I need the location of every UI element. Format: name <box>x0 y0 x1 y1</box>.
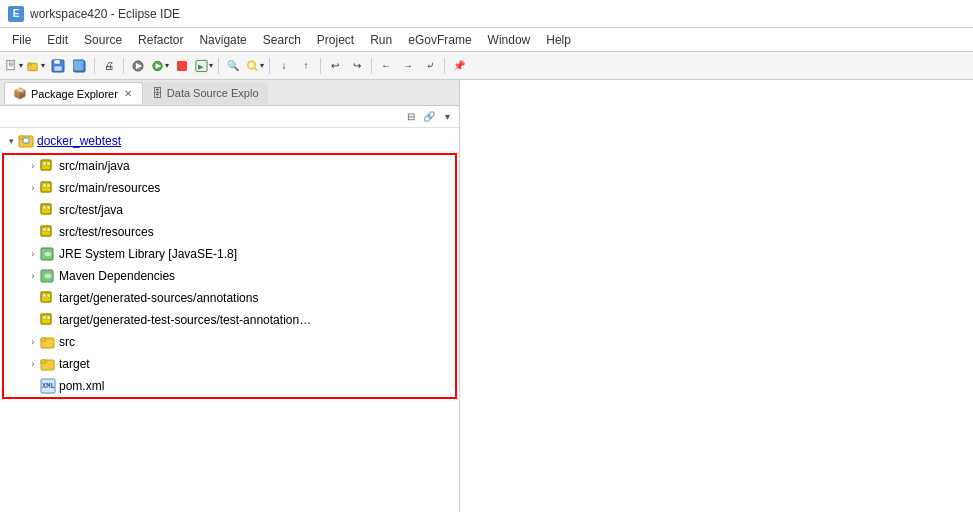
svg-rect-38 <box>43 294 46 297</box>
tab-package-explorer-label: Package Explorer <box>31 88 118 100</box>
tree-item-src-test-resources[interactable]: › src/test/resources <box>4 221 455 243</box>
redo-button[interactable]: ↪ <box>347 56 367 76</box>
svg-rect-27 <box>43 184 46 187</box>
toggle-jre[interactable]: › <box>26 249 40 259</box>
tree-item-pom-xml[interactable]: › XML pom.xml <box>4 375 455 397</box>
icon-pom-xml: XML <box>40 378 56 394</box>
collapse-all-button[interactable]: ⊟ <box>403 109 419 125</box>
icon-src-test-java <box>40 202 56 218</box>
new-button[interactable]: ▾ <box>4 56 24 76</box>
pin-button[interactable]: 📌 <box>449 56 469 76</box>
tree-item-maven[interactable]: › Maven Dependencies <box>4 265 455 287</box>
print-button[interactable]: 🖨 <box>99 56 119 76</box>
save-all-button[interactable] <box>70 56 90 76</box>
menu-file[interactable]: File <box>4 31 39 49</box>
tree-item-target-gen-src[interactable]: › target/generated-sources/annotations <box>4 287 455 309</box>
svg-text:XML: XML <box>42 382 55 390</box>
open-button[interactable]: ▾ <box>26 56 46 76</box>
menu-egovframe[interactable]: eGovFrame <box>400 31 479 49</box>
search-arrow: ▾ <box>260 61 264 70</box>
icon-src-main-java <box>40 158 56 174</box>
tree-item-target-gen-test[interactable]: › target/generated-test-sources/test-ann… <box>4 309 455 331</box>
package-explorer-icon: 📦 <box>13 87 27 100</box>
toggle-src-folder[interactable]: › <box>26 337 40 347</box>
tree-item-jre[interactable]: › JRE System Library [JavaSE-1.8] <box>4 243 455 265</box>
svg-rect-42 <box>47 316 50 319</box>
view-menu-button[interactable]: ▾ <box>439 109 455 125</box>
toggle-target-folder[interactable]: › <box>26 359 40 369</box>
tree-container[interactable]: ▾ docker_webtest › <box>0 128 459 512</box>
menu-search[interactable]: Search <box>255 31 309 49</box>
svg-rect-44 <box>41 338 46 341</box>
svg-rect-8 <box>54 66 62 71</box>
nav-prev-edit-button[interactable]: ⤶ <box>420 56 440 76</box>
nav-back-button[interactable]: ← <box>376 56 396 76</box>
icon-jre <box>40 246 56 262</box>
svg-rect-33 <box>43 228 46 231</box>
nav-forward-button[interactable]: → <box>398 56 418 76</box>
search-file-button[interactable]: 🔍 <box>223 56 243 76</box>
toggle-src-main-resources[interactable]: › <box>26 183 40 193</box>
tab-data-source-label: Data Source Explo <box>167 87 259 99</box>
tab-package-explorer-close[interactable]: ✕ <box>122 88 134 99</box>
menu-refactor[interactable]: Refactor <box>130 31 191 49</box>
search-nav-button[interactable]: ▾ <box>245 56 265 76</box>
next-annotation-button[interactable]: ↓ <box>274 56 294 76</box>
tree-item-src-main-resources[interactable]: › src/main/resources <box>4 177 455 199</box>
svg-rect-30 <box>43 206 46 209</box>
tab-data-source[interactable]: 🗄 Data Source Explo <box>143 82 268 104</box>
menu-source[interactable]: Source <box>76 31 130 49</box>
root-toggle[interactable]: ▾ <box>4 136 18 146</box>
external-tools-arrow: ▾ <box>209 61 213 70</box>
label-pom-xml: pom.xml <box>59 379 104 393</box>
menu-window[interactable]: Window <box>480 31 539 49</box>
tree-item-src-test-java[interactable]: › src/test/java <box>4 199 455 221</box>
icon-maven <box>40 268 56 284</box>
link-editor-button[interactable]: 🔗 <box>421 109 437 125</box>
tabs-bar: 📦 Package Explorer ✕ 🗄 Data Source Explo <box>0 80 459 106</box>
external-tools-button[interactable]: ▶ ▾ <box>194 56 214 76</box>
svg-rect-41 <box>43 316 46 319</box>
menu-help[interactable]: Help <box>538 31 579 49</box>
toggle-src-main-java[interactable]: › <box>26 161 40 171</box>
tab-toolbar: ⊟ 🔗 ▾ <box>0 106 459 128</box>
debug-button[interactable] <box>128 56 148 76</box>
svg-rect-22 <box>23 138 29 143</box>
data-source-icon: 🗄 <box>152 87 163 99</box>
label-maven: Maven Dependencies <box>59 269 175 283</box>
menu-run[interactable]: Run <box>362 31 400 49</box>
root-icon <box>18 133 34 149</box>
svg-rect-5 <box>28 63 32 65</box>
svg-rect-1 <box>10 60 15 64</box>
toolbar-sep-3 <box>218 58 219 74</box>
tree-highlight-box: › src/main/java › <box>2 153 457 399</box>
prev-annotation-button[interactable]: ↑ <box>296 56 316 76</box>
icon-target-gen-src <box>40 290 56 306</box>
title-bar: E workspace420 - Eclipse IDE <box>0 0 973 28</box>
toolbar-sep-7 <box>444 58 445 74</box>
label-jre: JRE System Library [JavaSE-1.8] <box>59 247 237 261</box>
icon-src-folder <box>40 334 56 350</box>
label-src-test-java: src/test/java <box>59 203 123 217</box>
menu-project[interactable]: Project <box>309 31 362 49</box>
svg-rect-7 <box>54 60 60 64</box>
undo-button[interactable]: ↩ <box>325 56 345 76</box>
save-button[interactable] <box>48 56 68 76</box>
tree-item-target-folder[interactable]: › target <box>4 353 455 375</box>
toolbar: ▾ ▾ 🖨 ▾ ▶ ▾ 🔍 ▾ ↓ ↑ ↩ ↪ ← → ⤶ 📌 <box>0 52 973 80</box>
toggle-maven[interactable]: › <box>26 271 40 281</box>
root-label: docker_webtest <box>37 134 121 148</box>
tree-root[interactable]: ▾ docker_webtest <box>0 130 459 152</box>
stop-button[interactable] <box>172 56 192 76</box>
menu-edit[interactable]: Edit <box>39 31 76 49</box>
tree-item-src-main-java[interactable]: › src/main/java <box>4 155 455 177</box>
run-arrow: ▾ <box>165 61 169 70</box>
tab-package-explorer[interactable]: 📦 Package Explorer ✕ <box>4 82 143 104</box>
tree-item-src-folder[interactable]: › src <box>4 331 455 353</box>
icon-src-test-resources <box>40 224 56 240</box>
menu-navigate[interactable]: Navigate <box>191 31 254 49</box>
label-src-main-resources: src/main/resources <box>59 181 160 195</box>
toolbar-sep-2 <box>123 58 124 74</box>
run-button[interactable]: ▾ <box>150 56 170 76</box>
svg-rect-28 <box>47 184 50 187</box>
